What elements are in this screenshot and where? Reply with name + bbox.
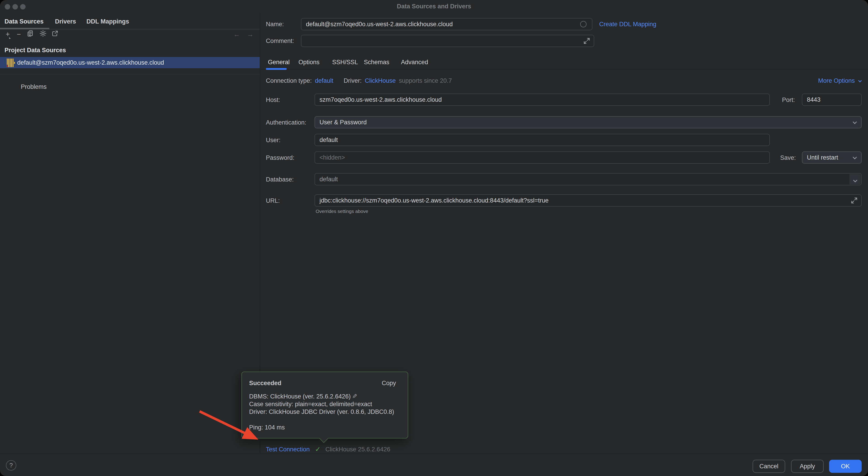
datasource-row[interactable]: default@szm7oqed0o.us-west-2.aws.clickho… (0, 57, 260, 68)
settings-button[interactable] (39, 30, 47, 39)
user-input[interactable] (314, 134, 770, 146)
popup-case-line: Case sensitivity: plain=exact, delimited… (249, 400, 372, 408)
tab-drivers[interactable]: Drivers (55, 17, 76, 26)
add-data-source-button[interactable]: + (3, 30, 12, 39)
data-sources-dialog: Data Sources and Drivers Data Sources Dr… (0, 0, 868, 476)
driver-support-note: supports since 20.7 (399, 77, 452, 85)
popup-driver-line: Driver: ClickHouse JDBC Driver (ver. 0.8… (249, 408, 394, 416)
popup-dbms-line: DBMS: ClickHouse (ver. 25.6.2.6426)✎ (249, 393, 357, 400)
back-arrow-icon: ← (233, 31, 240, 38)
duplicate-button[interactable] (26, 30, 35, 39)
connection-type-label: Connection type: (266, 77, 312, 85)
save-select[interactable]: Until restart (802, 151, 862, 164)
tab-ddl-mappings[interactable]: DDL Mappings (87, 17, 129, 26)
annotation-arrow (192, 405, 265, 445)
tab-options[interactable]: Options (299, 58, 319, 66)
password-label: Password: (266, 154, 294, 162)
authentication-select[interactable]: User & Password (314, 116, 862, 128)
authentication-value: User & Password (319, 119, 367, 126)
name-label: Name: (266, 20, 284, 28)
gear-icon (39, 30, 47, 39)
active-main-tab-underline (266, 68, 287, 70)
comment-input[interactable] (301, 35, 594, 47)
cancel-button[interactable]: Cancel (753, 460, 785, 473)
tab-ssh-ssl[interactable]: SSH/SSL (332, 58, 358, 66)
host-input[interactable] (314, 94, 770, 106)
test-connection-status: ClickHouse 25.6.2.6426 (326, 444, 390, 454)
duplicate-icon (27, 30, 34, 39)
authentication-label: Authentication: (266, 118, 306, 127)
main-tabs-divider (260, 69, 868, 70)
connection-type-value-link[interactable]: default (315, 77, 333, 85)
database-value: default (319, 176, 338, 183)
database-label: Database: (266, 175, 294, 183)
help-icon: ? (9, 462, 13, 469)
tab-data-sources[interactable]: Data Sources (4, 17, 44, 26)
edit-pencil-icon[interactable]: ✎ (352, 393, 357, 400)
chevron-down-icon (852, 155, 857, 159)
back-button[interactable]: ← (232, 30, 241, 39)
tab-general[interactable]: General (268, 58, 290, 66)
tab-schemas[interactable]: Schemas (364, 58, 390, 66)
url-label: URL: (266, 197, 280, 205)
host-label: Host: (266, 96, 280, 104)
save-label: Save: (780, 154, 796, 162)
remove-data-source-button[interactable]: − (14, 30, 23, 39)
driver-value-link[interactable]: ClickHouse (365, 77, 396, 85)
driver-label: Driver: (344, 77, 362, 85)
more-options-link[interactable]: More Options (818, 77, 861, 85)
connection-type-row: Connection type: default Driver: ClickHo… (266, 77, 452, 85)
user-label: User: (266, 136, 281, 144)
open-in-new-icon (51, 30, 59, 39)
port-input[interactable] (802, 94, 862, 106)
success-check-icon: ✓ (315, 444, 321, 454)
password-input[interactable] (314, 151, 770, 164)
spacer (337, 77, 341, 85)
apply-button[interactable]: Apply (791, 460, 824, 473)
footer-divider (0, 453, 868, 454)
save-value: Until restart (807, 154, 838, 161)
chevron-down-icon (858, 79, 862, 82)
popup-copy-link[interactable]: Copy (382, 379, 396, 387)
plus-dropdown-caret (9, 36, 11, 39)
database-dropdown-button[interactable] (849, 174, 861, 184)
url-input[interactable] (314, 194, 862, 207)
database-combobox[interactable]: default (314, 173, 862, 185)
project-data-sources-heading: Project Data Sources (4, 46, 66, 54)
tab-advanced[interactable]: Advanced (401, 58, 428, 66)
test-connection-link[interactable]: Test Connection (266, 444, 310, 454)
url-note: Overrides settings above (316, 208, 368, 214)
url-expand-icon[interactable] (850, 197, 858, 204)
datasource-color-icon[interactable] (580, 21, 587, 27)
chevron-down-icon (852, 120, 857, 124)
open-in-new-button[interactable] (51, 30, 59, 39)
ok-button[interactable]: OK (829, 460, 862, 473)
popup-status: Succeeded (249, 379, 281, 387)
popup-notch (319, 434, 328, 443)
problems-node[interactable]: Problems (21, 83, 46, 91)
forward-arrow-icon: → (247, 31, 254, 38)
port-label: Port: (782, 96, 795, 104)
name-input[interactable] (301, 18, 592, 30)
forward-button[interactable]: → (246, 30, 255, 39)
create-ddl-mapping-link[interactable]: Create DDL Mapping (599, 20, 656, 28)
comment-expand-icon[interactable] (583, 37, 591, 45)
datasource-label: default@szm7oqed0o.us-west-2.aws.clickho… (17, 59, 164, 66)
test-connection-popup: Succeeded Copy DBMS: ClickHouse (ver. 25… (242, 372, 408, 439)
minus-icon: − (17, 30, 21, 38)
window-title: Data Sources and Drivers (0, 2, 868, 10)
active-tab-indicator (0, 28, 49, 29)
chevron-down-icon (853, 178, 857, 182)
comment-label: Comment: (266, 37, 294, 45)
left-panel-divider (0, 74, 260, 75)
help-button[interactable]: ? (6, 460, 16, 471)
